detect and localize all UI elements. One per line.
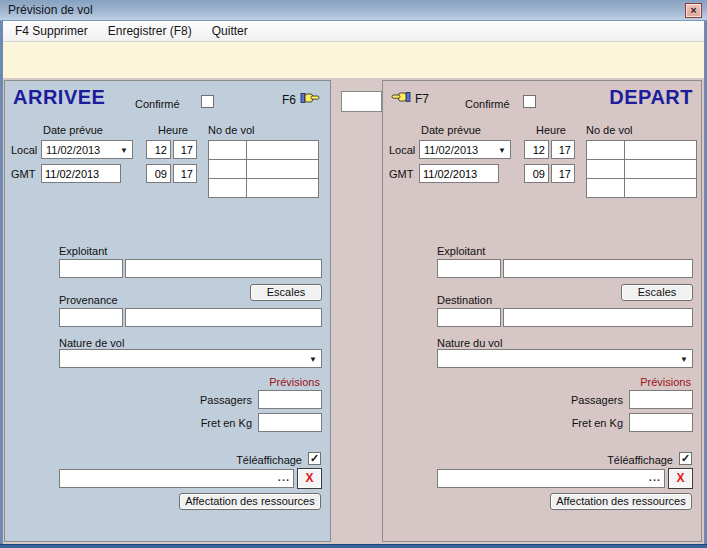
arrivee-provenance-name-input[interactable]	[125, 308, 322, 327]
arrivee-exploitant-label: Exploitant	[59, 245, 107, 257]
flight-forecast-window: Prévision de vol × F4 Supprimer Enregist…	[0, 0, 707, 548]
arrivee-gmt-date-input[interactable]	[41, 164, 121, 183]
arrivee-confirme-label: Confirmé	[135, 98, 180, 110]
depart-clear-button[interactable]: X	[668, 468, 693, 489]
depart-local-min-input[interactable]	[551, 140, 575, 159]
arrivee-local-min-input[interactable]	[173, 140, 197, 159]
close-icon[interactable]: ×	[685, 3, 702, 18]
depart-nature-combo[interactable]: ▼	[437, 349, 693, 368]
arrivee-local-date-combo[interactable]: 11/02/2013 ▼	[41, 140, 133, 159]
arrivee-affectation-button[interactable]: Affectation des ressources	[179, 493, 321, 510]
arrivee-flight-number-grid	[208, 140, 318, 197]
depart-gmt-hour-input[interactable]	[524, 164, 549, 183]
arrivee-novol-cell[interactable]	[208, 140, 247, 160]
depart-novol-cell[interactable]	[624, 140, 697, 160]
depart-teleaffichage-label: Téléaffichage	[607, 454, 673, 466]
arrivee-fkey-label: F6	[282, 93, 296, 107]
depart-fkey-indicator: F7	[391, 90, 429, 107]
arrivee-novol-cell[interactable]	[246, 140, 319, 160]
arrivee-gmt-label: GMT	[11, 168, 35, 180]
window-title: Prévision de vol	[8, 3, 93, 17]
depart-novol-header: No de vol	[586, 124, 632, 136]
menu-item-enregistrer[interactable]: Enregistrer (F8)	[98, 21, 202, 41]
depart-local-date-combo[interactable]: 11/02/2013 ▼	[419, 140, 511, 159]
arrivee-heure-header: Heure	[147, 124, 199, 136]
arrivee-nature-label: Nature de vol	[59, 337, 124, 349]
hand-pointer-left-icon	[391, 90, 411, 107]
arrivee-escales-button[interactable]: Escales	[250, 284, 322, 301]
depart-novol-cell[interactable]	[624, 159, 697, 179]
depart-novol-cell[interactable]	[586, 159, 625, 179]
hand-pointer-right-icon	[300, 91, 320, 108]
depart-exploitant-name-input[interactable]	[503, 259, 693, 278]
depart-panel: F7 Confirmé DEPART Date prévue Heure No …	[382, 80, 702, 542]
depart-affectation-button[interactable]: Affectation des ressources	[550, 493, 692, 510]
depart-flight-number-grid	[586, 140, 696, 197]
depart-confirme-checkbox[interactable]	[523, 95, 536, 108]
arrivee-panel: ARRIVEE Confirmé F6 Date prévue Heure No…	[4, 80, 331, 542]
arrivee-novol-cell[interactable]	[246, 178, 319, 198]
depart-novol-cell[interactable]	[586, 178, 625, 198]
depart-resource-combo[interactable]: ...	[437, 469, 665, 488]
arrivee-teleaffichage-label: Téléaffichage	[236, 454, 302, 466]
arrivee-confirme-checkbox[interactable]	[201, 95, 214, 108]
depart-heure-header: Heure	[525, 124, 577, 136]
menu-bar: F4 Supprimer Enregistrer (F8) Quitter	[3, 21, 704, 42]
depart-date-header: Date prévue	[421, 124, 481, 136]
depart-local-label: Local	[389, 144, 415, 156]
ellipsis-icon[interactable]: ...	[649, 471, 661, 483]
arrivee-local-hour-input[interactable]	[146, 140, 171, 159]
chevron-down-icon: ▼	[120, 146, 128, 155]
arrivee-provenance-label: Provenance	[59, 294, 118, 306]
arrivee-novol-cell[interactable]	[208, 178, 247, 198]
ellipsis-icon[interactable]: ...	[278, 471, 290, 483]
arrivee-fkey-indicator: F6	[282, 91, 320, 108]
sieges-input[interactable]	[341, 91, 382, 112]
arrivee-local-label: Local	[11, 144, 37, 156]
menu-item-supprimer[interactable]: F4 Supprimer	[5, 21, 98, 41]
arrivee-provenance-code-input[interactable]	[59, 308, 123, 327]
depart-local-date-value: 11/02/2013	[424, 144, 478, 156]
arrivee-novol-cell[interactable]	[246, 159, 319, 179]
depart-escales-button[interactable]: Escales	[621, 284, 693, 301]
depart-fret-label: Fret en Kg	[572, 417, 623, 429]
arrivee-exploitant-name-input[interactable]	[125, 259, 322, 278]
depart-exploitant-code-input[interactable]	[437, 259, 501, 278]
arrivee-local-date-value: 11/02/2013	[46, 144, 100, 156]
depart-destination-code-input[interactable]	[437, 308, 501, 327]
arrivee-fret-input[interactable]	[258, 413, 322, 432]
arrivee-passagers-input[interactable]	[258, 390, 322, 409]
chevron-down-icon: ▼	[680, 355, 688, 364]
depart-novol-cell[interactable]	[586, 140, 625, 160]
arrivee-passagers-label: Passagers	[200, 394, 252, 406]
arrivee-teleaffichage-checkbox[interactable]: ✓	[308, 452, 321, 465]
arrivee-novol-header: No de vol	[208, 124, 254, 136]
depart-fret-input[interactable]	[629, 413, 693, 432]
depart-passagers-label: Passagers	[571, 394, 623, 406]
depart-gmt-min-input[interactable]	[551, 164, 575, 183]
arrivee-exploitant-code-input[interactable]	[59, 259, 123, 278]
depart-confirme-label: Confirmé	[465, 98, 510, 110]
arrivee-gmt-min-input[interactable]	[173, 164, 197, 183]
depart-title: DEPART	[609, 86, 693, 109]
depart-fkey-label: F7	[415, 92, 429, 106]
arrivee-fret-label: Fret en Kg	[201, 417, 252, 429]
arrivee-clear-button[interactable]: X	[297, 468, 322, 489]
depart-passagers-input[interactable]	[629, 390, 693, 409]
aircraft-toolbar: Immat Type Sièges	[3, 42, 704, 78]
depart-nature-label: Nature du vol	[437, 337, 502, 349]
arrivee-novol-cell[interactable]	[208, 159, 247, 179]
arrivee-gmt-hour-input[interactable]	[146, 164, 171, 183]
arrivee-nature-combo[interactable]: ▼	[59, 349, 322, 368]
chevron-down-icon: ▼	[498, 146, 506, 155]
arrivee-resource-combo[interactable]: ...	[59, 469, 294, 488]
depart-destination-label: Destination	[437, 294, 492, 306]
arrivee-previsions-label: Prévisions	[269, 376, 320, 388]
depart-teleaffichage-checkbox[interactable]: ✓	[679, 452, 692, 465]
depart-destination-name-input[interactable]	[503, 308, 693, 327]
depart-local-hour-input[interactable]	[524, 140, 549, 159]
menu-item-quitter[interactable]: Quitter	[202, 21, 258, 41]
arrivee-date-header: Date prévue	[43, 124, 103, 136]
depart-gmt-date-input[interactable]	[419, 164, 499, 183]
depart-novol-cell[interactable]	[624, 178, 697, 198]
